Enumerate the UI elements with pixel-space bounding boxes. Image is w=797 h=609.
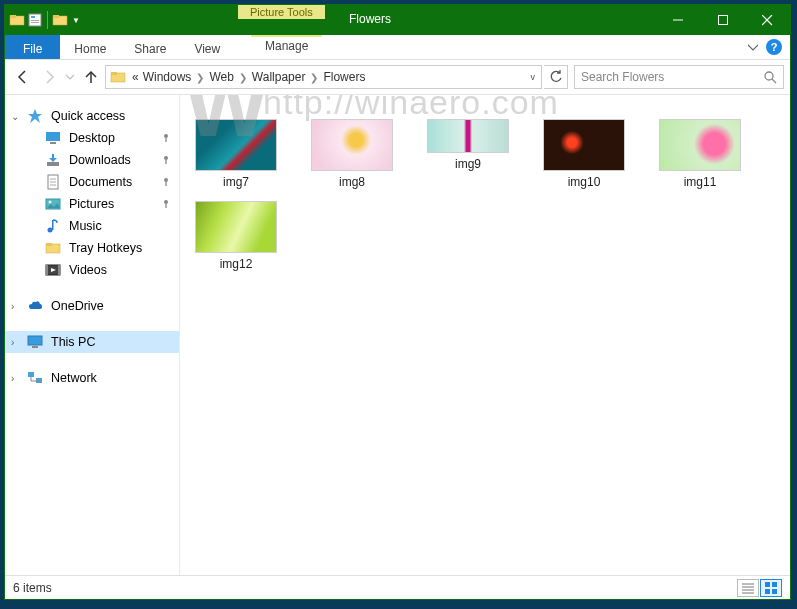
context-tab-label: Picture Tools xyxy=(238,5,325,19)
svg-rect-43 xyxy=(28,336,42,345)
folder-icon xyxy=(110,69,126,85)
breadcrumb-overflow[interactable]: « xyxy=(130,70,141,84)
downloads-icon xyxy=(45,152,61,168)
titlebar: ▼ Picture Tools Flowers xyxy=(5,5,790,35)
tab-home[interactable]: Home xyxy=(60,35,120,59)
thumbnails-view-button[interactable] xyxy=(760,579,782,597)
sidebar-item[interactable]: Tray Hotkeys xyxy=(5,237,179,259)
chevron-down-icon[interactable]: ⌄ xyxy=(11,111,19,122)
chevron-right-icon[interactable]: ❯ xyxy=(307,72,321,83)
separator xyxy=(47,11,48,29)
search-box[interactable] xyxy=(574,65,784,89)
tab-manage[interactable]: Manage xyxy=(251,35,322,53)
sidebar-item-label: Documents xyxy=(69,175,132,189)
breadcrumb-item[interactable]: Web xyxy=(207,70,235,84)
sidebar-item-label: Tray Hotkeys xyxy=(69,241,142,255)
details-view-button[interactable] xyxy=(737,579,759,597)
body: Whttp://winaero.com ⌄ Quick access Deskt… xyxy=(5,95,790,575)
sidebar-onedrive[interactable]: › OneDrive xyxy=(5,295,179,317)
documents-icon xyxy=(45,174,61,190)
svg-rect-14 xyxy=(111,72,117,75)
breadcrumb-item[interactable]: Windows xyxy=(141,70,194,84)
desktop-icon xyxy=(45,130,61,146)
properties-icon[interactable] xyxy=(27,12,43,28)
svg-point-35 xyxy=(48,228,53,233)
help-icon[interactable]: ? xyxy=(766,39,782,55)
sidebar-this-pc[interactable]: › This PC xyxy=(5,331,179,353)
address-bar-row: « Windows❯ Web❯ Wallpaper❯ Flowers v xyxy=(5,60,790,95)
minimize-button[interactable] xyxy=(655,5,700,35)
recent-dropdown-icon[interactable] xyxy=(63,65,77,89)
pin-icon xyxy=(161,155,171,165)
explorer-window: ▼ Picture Tools Flowers File Home Share … xyxy=(4,4,791,600)
sidebar-item-label: Music xyxy=(69,219,102,233)
chevron-right-icon[interactable]: › xyxy=(11,373,14,384)
back-button[interactable] xyxy=(11,65,35,89)
chevron-right-icon[interactable]: ❯ xyxy=(193,72,207,83)
address-dropdown-icon[interactable]: v xyxy=(525,72,542,82)
sidebar-quick-access[interactable]: ⌄ Quick access xyxy=(5,105,179,127)
thumbnail xyxy=(659,119,741,171)
status-bar: 6 items xyxy=(5,575,790,599)
tab-view[interactable]: View xyxy=(180,35,234,59)
file-name: img7 xyxy=(223,175,249,189)
file-item[interactable]: img12 xyxy=(192,201,280,271)
sidebar-item[interactable]: Music xyxy=(5,215,179,237)
pin-icon xyxy=(161,133,171,143)
tab-share[interactable]: Share xyxy=(120,35,180,59)
sidebar-item[interactable]: Desktop xyxy=(5,127,179,149)
chevron-right-icon[interactable]: › xyxy=(11,301,14,312)
sidebar-item-label: OneDrive xyxy=(51,299,104,313)
search-icon xyxy=(763,70,777,84)
file-item[interactable]: img10 xyxy=(540,119,628,189)
search-input[interactable] xyxy=(581,70,763,84)
forward-button[interactable] xyxy=(37,65,61,89)
close-button[interactable] xyxy=(745,5,790,35)
file-list[interactable]: img7img8img9img10img11img12 xyxy=(180,95,790,575)
svg-rect-7 xyxy=(53,15,59,18)
expand-ribbon-icon[interactable] xyxy=(748,42,758,52)
network-icon xyxy=(27,370,43,386)
breadcrumb-item[interactable]: Flowers xyxy=(321,70,367,84)
sidebar-item-label: Quick access xyxy=(51,109,125,123)
svg-rect-4 xyxy=(31,20,39,21)
chevron-right-icon[interactable]: › xyxy=(11,337,14,348)
refresh-button[interactable] xyxy=(544,65,568,89)
svg-rect-54 xyxy=(765,582,770,587)
up-button[interactable] xyxy=(79,65,103,89)
qat-dropdown-icon[interactable]: ▼ xyxy=(70,16,82,25)
file-name: img12 xyxy=(220,257,253,271)
sidebar-item[interactable]: Documents xyxy=(5,171,179,193)
sidebar-item-label: Pictures xyxy=(69,197,114,211)
file-name: img11 xyxy=(684,175,717,189)
sidebar-item-label: Downloads xyxy=(69,153,131,167)
sidebar-item[interactable]: Videos xyxy=(5,259,179,281)
sidebar-item-label: Network xyxy=(51,371,97,385)
file-tab[interactable]: File xyxy=(5,35,60,59)
svg-rect-3 xyxy=(31,16,35,18)
svg-rect-38 xyxy=(46,243,52,246)
file-item[interactable]: img7 xyxy=(192,119,280,189)
svg-point-33 xyxy=(164,200,168,204)
svg-rect-36 xyxy=(52,220,54,230)
sidebar-item[interactable]: Pictures xyxy=(5,193,179,215)
pin-icon xyxy=(161,199,171,209)
music-icon xyxy=(45,218,61,234)
file-item[interactable]: img8 xyxy=(308,119,396,189)
sidebar-item[interactable]: Downloads xyxy=(5,149,179,171)
file-item[interactable]: img9 xyxy=(424,119,512,189)
chevron-right-icon[interactable]: ❯ xyxy=(236,72,250,83)
svg-point-15 xyxy=(765,72,773,80)
address-bar[interactable]: « Windows❯ Web❯ Wallpaper❯ Flowers v xyxy=(105,65,542,89)
sidebar-network[interactable]: › Network xyxy=(5,367,179,389)
file-item[interactable]: img11 xyxy=(656,119,744,189)
svg-rect-5 xyxy=(31,22,39,23)
svg-rect-55 xyxy=(772,582,777,587)
breadcrumb-item[interactable]: Wallpaper xyxy=(250,70,308,84)
item-count: 6 items xyxy=(13,581,52,595)
maximize-button[interactable] xyxy=(700,5,745,35)
context-tab-header: Picture Tools xyxy=(238,5,325,19)
navigation-pane: ⌄ Quick access DesktopDownloadsDocuments… xyxy=(5,95,180,575)
quick-access-toolbar: ▼ xyxy=(5,5,86,35)
new-folder-icon[interactable] xyxy=(52,12,68,28)
